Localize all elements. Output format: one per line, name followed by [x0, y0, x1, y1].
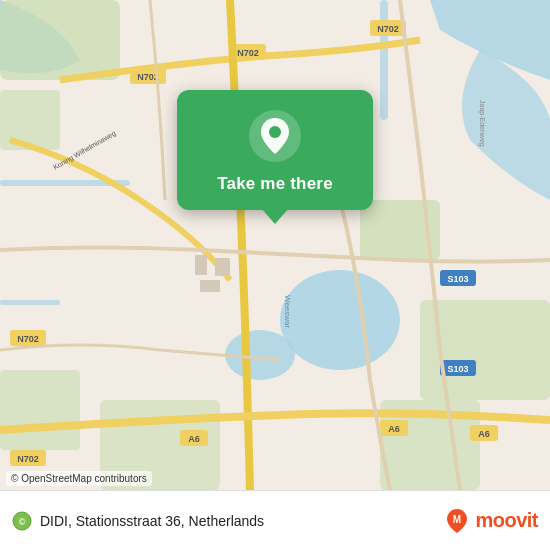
svg-text:M: M: [453, 514, 461, 525]
take-me-there-popup[interactable]: Take me there: [177, 90, 373, 210]
moovit-logo: M moovit: [443, 507, 538, 535]
osm-copyright: © OpenStreetMap contributors: [11, 473, 147, 484]
footer-info: DIDI, Stationsstraat 36, Netherlands: [40, 513, 435, 529]
svg-rect-4: [0, 300, 60, 305]
footer-bar: © DIDI, Stationsstraat 36, Netherlands M…: [0, 490, 550, 550]
svg-rect-7: [0, 90, 60, 150]
openstreetmap-logo: ©: [12, 511, 32, 531]
svg-text:Jaap-Edenweg: Jaap-Edenweg: [478, 100, 486, 147]
svg-text:S103: S103: [447, 274, 468, 284]
svg-rect-36: [215, 258, 230, 276]
svg-text:Weeswar: Weeswar: [283, 295, 292, 329]
svg-text:S103: S103: [447, 364, 468, 374]
svg-rect-37: [200, 280, 220, 292]
moovit-icon: M: [443, 507, 471, 535]
svg-rect-6: [0, 0, 120, 80]
footer-location: DIDI, Stationsstraat 36, Netherlands: [40, 513, 435, 529]
moovit-brand-text: moovit: [475, 509, 538, 532]
map-attribution: © OpenStreetMap contributors: [6, 471, 152, 486]
svg-point-40: [269, 126, 281, 138]
svg-text:N702: N702: [237, 48, 259, 58]
svg-text:A6: A6: [478, 429, 490, 439]
svg-rect-35: [195, 255, 207, 275]
svg-text:N702: N702: [17, 454, 39, 464]
take-me-there-label: Take me there: [217, 174, 333, 194]
svg-text:N702: N702: [377, 24, 399, 34]
svg-rect-2: [380, 0, 388, 120]
location-pin-icon: [249, 110, 301, 162]
svg-text:©: ©: [19, 517, 26, 527]
svg-text:A6: A6: [388, 424, 400, 434]
svg-text:A6: A6: [188, 434, 200, 444]
svg-point-1: [280, 270, 400, 370]
map-view: N702 N702 N702 Koning Wilhelminaweg A6 A…: [0, 0, 550, 490]
svg-text:N702: N702: [17, 334, 39, 344]
svg-rect-10: [0, 370, 80, 450]
